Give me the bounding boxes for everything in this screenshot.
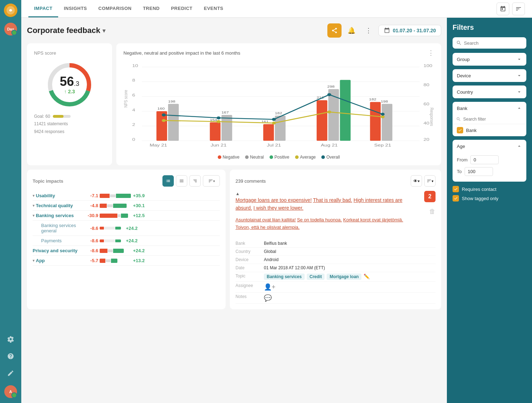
logo[interactable] (4, 4, 17, 17)
group-dropdown[interactable]: Group (453, 53, 526, 66)
svg-rect-39 (370, 102, 381, 141)
topic-tag[interactable]: Mortgage loan (327, 274, 361, 280)
svg-point-55 (162, 114, 166, 116)
edit-topics-button[interactable]: ✏️ (364, 274, 370, 280)
more-options-button[interactable]: ⋮ (361, 23, 376, 38)
svg-point-58 (327, 93, 331, 96)
bank-item[interactable]: Bank (453, 124, 526, 136)
svg-rect-27 (221, 115, 232, 141)
search-input[interactable] (464, 40, 523, 46)
user-avatar[interactable]: Das (4, 23, 17, 35)
comment-meta: Bank Belfius bank Country Global Device … (235, 239, 436, 304)
tab-impact[interactable]: IMPACT (28, 0, 58, 17)
legend-neutral: Neutral (245, 155, 264, 160)
svg-point-50 (162, 119, 166, 122)
topic-tag[interactable]: Credit (307, 274, 325, 280)
show-tagged-label: Show tagged only (462, 196, 498, 201)
bottom-user-avatar[interactable]: A (4, 385, 17, 398)
bank-dropdown-header[interactable]: Bank (453, 102, 526, 115)
svg-text:Sep 21: Sep 21 (374, 143, 391, 148)
page-title-chevron[interactable]: ▾ (102, 27, 105, 34)
calendar-nav-button[interactable] (497, 2, 509, 15)
topic-label: Topic (235, 274, 264, 278)
age-from-input[interactable] (470, 155, 499, 164)
svg-text:0: 0 (132, 137, 135, 142)
age-to-input[interactable] (465, 167, 493, 176)
svg-point-52 (272, 122, 276, 125)
legend-negative: Negative (218, 155, 239, 160)
requires-contact-row[interactable]: Requires contact (453, 186, 526, 192)
bank-item-label: Bank (466, 128, 477, 133)
share-button[interactable] (327, 23, 342, 38)
table-row: ▾ Banking services -30.9 +12.5 (33, 211, 220, 221)
topic-name-privacy: Privacy and security (33, 248, 82, 253)
notification-button[interactable]: 🔔 (344, 23, 359, 38)
table-row: Banking services general -8.6 +24.2 (33, 221, 220, 236)
view-mode-1-button[interactable] (162, 175, 174, 187)
svg-text:154: 154 (210, 118, 217, 121)
view-mode-3-button[interactable] (189, 175, 201, 187)
bank-search-input[interactable] (463, 117, 523, 122)
sidebar-help-icon[interactable] (4, 350, 17, 363)
svg-text:60: 60 (423, 102, 430, 106)
assignee-label: Assignee (235, 283, 264, 291)
svg-point-59 (381, 113, 384, 116)
sort-dropdown-button[interactable]: ▾ (203, 175, 220, 187)
topic-card: Topic impacts (27, 170, 226, 309)
collapse-button[interactable]: ▲ (235, 191, 240, 196)
table-row: ▾ Technical quality -4.8 +30.1 (33, 201, 220, 211)
tab-insights[interactable]: INSIGHTS (58, 0, 93, 17)
comment-view-button[interactable]: 👁 ▾ (411, 175, 422, 187)
topic-tags: Banking services Credit Mortgage loan ✏️ (264, 274, 370, 280)
delete-button[interactable]: 🗑 (429, 208, 436, 215)
topic-tag[interactable]: Banking services (264, 274, 305, 280)
chart-more-button[interactable]: ⋮ (428, 49, 434, 57)
svg-text:Responses: Responses (429, 107, 434, 126)
comment-body-fi: Asuntolainat ovat liian kalliita! Se on … (235, 216, 417, 231)
sidebar-settings-icon[interactable] (4, 333, 17, 346)
topic-title: Topic impacts (33, 178, 63, 184)
nps-goal: Goal: 60 (34, 114, 105, 119)
chart-card: Negative, neutral and positive impact in… (116, 43, 441, 165)
requires-contact-checkbox[interactable] (453, 186, 459, 192)
filter-sidebar: Filters Group Device Country (447, 18, 532, 403)
notes-button[interactable]: 💬 (264, 294, 272, 302)
notes-label: Notes (235, 294, 264, 302)
svg-text:100: 100 (423, 64, 432, 68)
date-range-picker[interactable]: 01.07.20 - 31.07.20 (378, 25, 441, 36)
table-row: ▾ Usability -7.1 +35.9 (33, 191, 220, 201)
tab-events[interactable]: EVENTS (198, 0, 229, 17)
comment-sort-button[interactable]: ▾ (424, 175, 436, 187)
svg-text:182: 182 (369, 98, 377, 101)
device-dropdown[interactable]: Device (453, 69, 526, 82)
svg-text:198: 198 (168, 99, 176, 103)
header-actions: 🔔 ⋮ 01.07.20 - 31.07.20 (327, 23, 441, 38)
topic-name-banking: ▾ Banking services (33, 213, 82, 218)
age-dropdown-header[interactable]: Age (453, 140, 526, 153)
bank-chevron-icon (516, 105, 522, 111)
svg-text:80: 80 (423, 83, 430, 87)
bank-checkbox[interactable] (457, 127, 463, 133)
tab-trend[interactable]: TREND (137, 0, 165, 17)
svg-rect-22 (156, 111, 167, 141)
show-tagged-checkbox[interactable] (453, 195, 459, 202)
bank-filter: Bank Bank (453, 102, 526, 136)
tab-predict[interactable]: PREDICT (165, 0, 198, 17)
topic-name-app: ▾ App (33, 258, 82, 263)
svg-text:167: 167 (221, 110, 229, 114)
assignee-button[interactable]: 👤+ (264, 283, 276, 291)
tab-comparison[interactable]: COMPARISON (93, 0, 137, 17)
country-dropdown[interactable]: Country (453, 85, 526, 98)
search-box[interactable] (453, 37, 526, 49)
nps-change: ↑ 2.3 (60, 89, 79, 94)
page-header: Corporate feedback ▾ 🔔 ⋮ 01.07.20 - 31.0… (27, 23, 441, 38)
filter-title: Filters (453, 23, 526, 32)
topic-name-usability: ▾ Usability (33, 193, 82, 198)
sidebar-edit-icon[interactable] (4, 367, 17, 380)
filter-nav-button[interactable] (512, 2, 525, 15)
svg-text:2: 2 (132, 122, 135, 127)
svg-point-57 (272, 118, 276, 121)
show-tagged-row[interactable]: Show tagged only (453, 195, 526, 202)
svg-text:10: 10 (132, 64, 138, 68)
view-mode-2-button[interactable] (176, 175, 187, 187)
